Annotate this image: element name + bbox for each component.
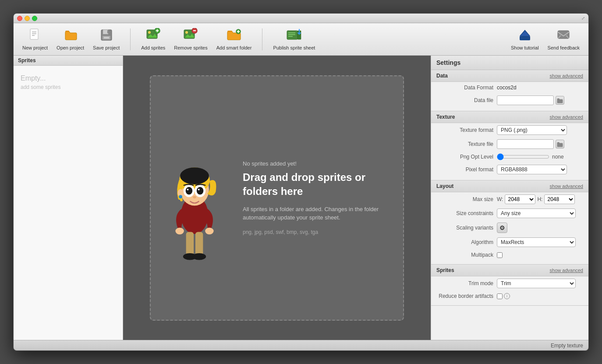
size-constraints-select[interactable]: Any size POT Square POT	[497, 210, 575, 217]
max-size-inputs: W: 2048 1024 512 256 H: 2048 1024 512	[497, 194, 575, 204]
publish-sprite-sheet-label: Publish sprite sheet	[273, 45, 315, 50]
trim-mode-select[interactable]: Trim Crop None	[497, 280, 575, 287]
algorithm-row: Algorithm MaxRects Basic Polygon	[431, 235, 588, 249]
pixel-format-select[interactable]: RGBA8888 RGBA4444 RGB888 RGB565 RGBA5551	[497, 166, 567, 173]
remove-sprites-label: Remove sprites	[174, 45, 207, 50]
settings-title: Settings	[431, 56, 588, 70]
settings-panel: Settings Data show advanced Data Format …	[431, 56, 588, 340]
reduce-border-checkbox[interactable]	[497, 293, 503, 299]
data-file-browse-button[interactable]	[556, 96, 564, 105]
add-smart-folder-icon	[227, 28, 241, 44]
send-feedback-icon	[556, 28, 570, 44]
settings-sprites-section: Sprites show advanced Trim mode Trim Cro…	[431, 265, 588, 306]
png-opt-row: Png Opt Level none	[431, 151, 588, 163]
open-project-label: Open project	[57, 45, 84, 50]
data-file-input[interactable]	[497, 95, 554, 105]
toolbar: New project Open project Sa	[14, 23, 588, 56]
algorithm-select[interactable]: MaxRects Basic Polygon	[497, 239, 575, 246]
drag-drop-title: Drag and drop sprites or folders here	[243, 170, 394, 198]
settings-sprites-show-advanced[interactable]: show advanced	[550, 268, 583, 273]
svg-rect-8	[104, 37, 109, 39]
canvas-content: No sprites added yet! Drag and drop spri…	[150, 75, 404, 321]
svg-rect-21	[287, 31, 297, 39]
svg-point-39	[186, 187, 193, 194]
scaling-variants-label: Scaling variants	[436, 225, 493, 231]
multipack-checkbox[interactable]	[497, 252, 503, 258]
add-sprites-button[interactable]: Add sprites	[138, 26, 169, 52]
svg-point-36	[180, 167, 209, 184]
svg-point-46	[175, 227, 184, 234]
png-opt-label: Png Opt Level	[436, 154, 493, 160]
new-project-label: New project	[22, 45, 48, 50]
svg-point-41	[187, 188, 189, 190]
title-bar: ⤢	[14, 14, 588, 23]
svg-point-40	[197, 187, 204, 194]
max-size-h-label: H:	[537, 196, 542, 202]
save-project-button[interactable]: Save project	[89, 26, 123, 52]
svg-point-51	[192, 253, 206, 260]
drop-text-area: No sprites added yet! Drag and drop spri…	[243, 160, 394, 235]
svg-rect-49	[195, 232, 203, 255]
show-tutorial-button[interactable]: Show tutorial	[507, 26, 542, 52]
save-project-label: Save project	[93, 45, 120, 50]
canvas-area[interactable]: No sprites added yet! Drag and drop spri…	[123, 56, 431, 340]
minimize-button[interactable]	[25, 16, 30, 21]
scaling-variants-gear-button[interactable]: ⚙	[497, 223, 507, 233]
svg-point-10	[148, 31, 151, 34]
size-constraints-label: Size constraints	[436, 210, 493, 216]
svg-point-45	[179, 195, 182, 198]
publish-sprite-sheet-button[interactable]: Publish sprite sheet	[269, 26, 319, 52]
close-button[interactable]	[17, 16, 22, 21]
svg-point-42	[198, 188, 200, 190]
settings-data-show-advanced[interactable]: show advanced	[550, 73, 583, 78]
status-bar: Empty texture	[14, 340, 588, 350]
add-sprites-icon	[146, 28, 161, 44]
algorithm-select-wrap: MaxRects Basic Polygon	[497, 237, 576, 247]
svg-rect-48	[186, 232, 194, 255]
texture-file-browse-button[interactable]	[556, 140, 564, 148]
send-feedback-button[interactable]: Send feedback	[544, 26, 583, 52]
add-smart-folder-button[interactable]: Add smart folder	[213, 26, 255, 52]
png-opt-slider-group: none	[497, 154, 564, 160]
sprites-empty-state: Empty... add some sprites	[14, 66, 123, 99]
settings-layout-header: Layout show advanced	[431, 180, 588, 192]
add-sprites-label: Add sprites	[141, 45, 165, 50]
remove-sprites-button[interactable]: Remove sprites	[170, 26, 211, 52]
settings-texture-section: Texture show advanced Texture format PNG…	[431, 111, 588, 180]
texture-format-label: Texture format	[436, 127, 493, 133]
data-file-label: Data file	[436, 97, 493, 103]
max-size-h-select[interactable]: 2048 1024 512 256	[544, 194, 575, 204]
supported-formats: png, jpg, psd, swf, bmp, svg, tga	[243, 229, 394, 235]
texture-file-input[interactable]	[497, 139, 554, 149]
toolbar-separator-2	[262, 28, 262, 50]
settings-layout-show-advanced[interactable]: show advanced	[550, 184, 583, 189]
svg-rect-26	[520, 36, 530, 40]
maximize-button[interactable]	[32, 16, 37, 21]
svg-rect-0	[30, 29, 38, 39]
multipack-row: Multipack	[431, 249, 588, 261]
settings-layout-label: Layout	[436, 183, 453, 189]
data-format-label: Data Format	[436, 85, 493, 91]
png-opt-slider[interactable]	[497, 154, 549, 159]
pixel-format-label: Pixel format	[436, 166, 493, 173]
main-window: ⤢ New project Open project	[13, 13, 589, 351]
save-project-icon	[99, 28, 113, 44]
settings-data-label: Data	[436, 73, 448, 79]
data-format-value: cocos2d	[497, 85, 517, 91]
trim-mode-row: Trim mode Trim Crop None	[431, 276, 588, 290]
settings-sprites-header: Sprites show advanced	[431, 265, 588, 276]
open-project-button[interactable]: Open project	[53, 26, 88, 52]
texture-format-select[interactable]: PNG (.png) JPG (.jpg) PVR (.pvr)	[497, 127, 567, 134]
new-project-button[interactable]: New project	[19, 26, 51, 52]
sprite-character	[159, 128, 230, 268]
png-opt-value: none	[552, 154, 564, 160]
reduce-border-info-icon[interactable]: i	[504, 293, 510, 299]
texture-file-row: Texture file	[431, 137, 588, 151]
pixel-format-row: Pixel format RGBA8888 RGBA4444 RGB888 RG…	[431, 163, 588, 177]
max-size-w-select[interactable]: 2048 1024 512 256	[505, 194, 535, 204]
size-constraints-row: Size constraints Any size POT Square POT	[431, 206, 588, 220]
data-file-input-group	[497, 95, 564, 105]
settings-texture-show-advanced[interactable]: show advanced	[550, 114, 583, 120]
canvas-inner: No sprites added yet! Drag and drop spri…	[151, 119, 403, 277]
reduce-border-input-group: i	[497, 293, 510, 299]
